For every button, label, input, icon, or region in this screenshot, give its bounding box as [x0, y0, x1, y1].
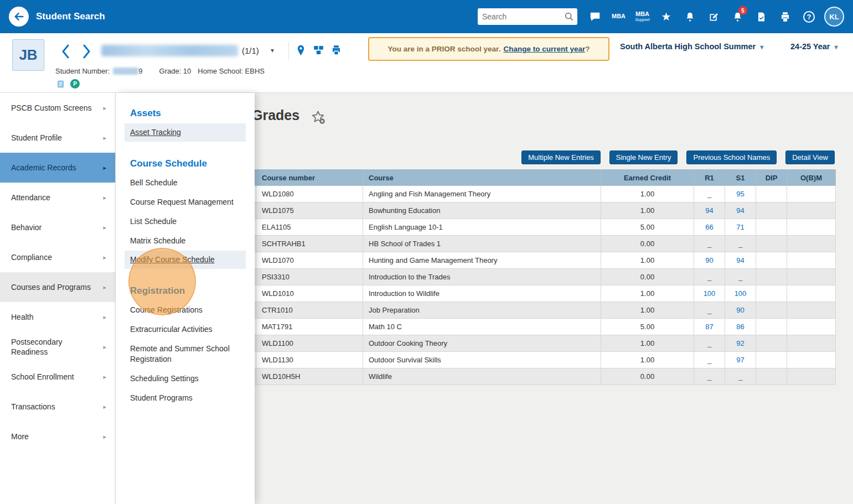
r1-cell[interactable]: _: [694, 236, 725, 252]
col-header-earned-credit: Earned Credit: [601, 170, 694, 186]
mba-icon[interactable]: MBA: [611, 8, 626, 25]
next-student-button[interactable]: [79, 43, 95, 60]
flyout-item-matrix-schedule[interactable]: Matrix Schedule: [125, 232, 246, 250]
search-input[interactable]: [482, 12, 564, 21]
r1-cell[interactable]: 66: [694, 219, 725, 236]
table-row: WLD1100Outdoor Cooking Theory1.00_92: [226, 335, 836, 352]
s1-cell[interactable]: _: [725, 368, 756, 385]
chevron-right-icon: ▸: [103, 344, 106, 351]
previous-school-names-button[interactable]: Previous School Names: [686, 150, 777, 164]
sidebar-item-label: Attendance: [11, 193, 50, 202]
flyout-item-course-registrations[interactable]: Course Registrations: [125, 301, 246, 319]
chat-icon[interactable]: [587, 8, 602, 25]
notifications-bell-icon[interactable]: [683, 8, 697, 25]
compose-icon[interactable]: [706, 8, 721, 25]
sidebar-item-more[interactable]: More▸: [0, 422, 115, 451]
s1-cell[interactable]: 95: [725, 186, 756, 202]
s1-cell[interactable]: _: [725, 236, 756, 252]
s1-cell[interactable]: 94: [725, 252, 756, 269]
sidebar-item-school-enrollment[interactable]: School Enrollment▸: [0, 362, 115, 392]
search-box: [478, 8, 577, 25]
sidebar-item-courses-and-programs[interactable]: Courses and Programs▸: [0, 272, 115, 302]
s1-cell[interactable]: 97: [725, 352, 756, 368]
course-cell: Math 10 C: [363, 319, 601, 335]
sidebar-item-attendance[interactable]: Attendance▸: [0, 183, 115, 212]
table-row: WLD1075Bowhunting Education1.009494: [226, 202, 836, 219]
s1-cell[interactable]: 71: [725, 219, 756, 236]
notes-document-icon[interactable]: [56, 80, 65, 89]
single-new-entry-button[interactable]: Single New Entry: [609, 150, 678, 164]
document-edit-icon[interactable]: [754, 8, 769, 25]
r1-cell[interactable]: 94: [694, 202, 725, 219]
multiple-new-entries-button[interactable]: Multiple New Entries: [521, 150, 601, 164]
flyout-item-bell-schedule[interactable]: Bell Schedule: [125, 174, 246, 192]
s1-cell[interactable]: 100: [725, 285, 756, 302]
top-navigation-bar: Student Search MBA MBASupport ★ 5: [0, 0, 853, 33]
r1-cell[interactable]: _: [694, 335, 725, 352]
r1-cell[interactable]: _: [694, 352, 725, 368]
sidebar-item-student-profile[interactable]: Student Profile▸: [0, 123, 115, 153]
program-badge[interactable]: P: [70, 79, 80, 89]
print-icon[interactable]: [778, 8, 793, 25]
chevron-right-icon: ▸: [103, 433, 106, 440]
print-student-icon[interactable]: [330, 44, 342, 58]
help-icon[interactable]: ?: [802, 8, 816, 25]
student-number-label: Student Number:: [55, 67, 110, 75]
sidebar-item-pscb-custom-screens[interactable]: PSCB Custom Screens▸: [0, 93, 115, 123]
chevron-right-icon: ▸: [103, 105, 106, 112]
r1-cell[interactable]: _: [694, 368, 725, 385]
s1-cell[interactable]: 92: [725, 335, 756, 352]
seating-chart-icon[interactable]: [313, 44, 324, 58]
s1-cell[interactable]: _: [725, 269, 756, 285]
sidebar-item-transactions[interactable]: Transactions▸: [0, 392, 115, 422]
flyout-heading: Assets: [130, 108, 255, 119]
back-button[interactable]: [9, 7, 29, 27]
sidebar-item-academic-records[interactable]: Academic Records▸: [0, 153, 115, 183]
flyout-item-student-programs[interactable]: Student Programs: [125, 389, 246, 407]
col-header-course: Course: [363, 170, 601, 186]
flyout-item-course-request-management[interactable]: Course Request Management: [125, 193, 246, 211]
flyout-item-asset-tracking[interactable]: Asset Tracking: [125, 123, 246, 142]
detail-view-button[interactable]: Detail View: [785, 150, 835, 164]
r1-cell[interactable]: _: [694, 302, 725, 319]
s1-cell[interactable]: 86: [725, 319, 756, 335]
change-year-link[interactable]: Change to current year: [503, 45, 585, 53]
sidebar-item-compliance[interactable]: Compliance▸: [0, 242, 115, 272]
r1-cell[interactable]: 100: [694, 285, 725, 302]
alerts-bell-icon[interactable]: 5: [730, 8, 745, 25]
topbar-title: Student Search: [36, 11, 105, 22]
sidebar-item-behavior[interactable]: Behavior▸: [0, 212, 115, 242]
course-number-cell: WLD10H5H: [256, 368, 363, 385]
earned-credit-cell: 5.00: [601, 319, 694, 335]
search-icon[interactable]: [564, 12, 574, 22]
dip-cell: [756, 352, 787, 368]
course-number-cell: WLD1100: [256, 335, 363, 352]
favorites-star-icon[interactable]: ★: [659, 8, 674, 25]
mba-support-icon[interactable]: MBASupport: [635, 8, 650, 25]
dip-cell: [756, 202, 787, 219]
flyout-item-list-schedule[interactable]: List Schedule: [125, 212, 246, 231]
course-number-cell: WLD1010: [256, 285, 363, 302]
r1-cell[interactable]: _: [694, 186, 725, 202]
location-pin-icon[interactable]: [296, 44, 306, 59]
favorite-page-star-icon[interactable]: [311, 110, 325, 127]
school-selector[interactable]: South Alberta High School Summer▾: [620, 42, 763, 51]
flyout-item-extracurricular-activities[interactable]: Extracurricular Activities: [125, 320, 246, 339]
s1-cell[interactable]: 94: [725, 202, 756, 219]
s1-cell[interactable]: 90: [725, 302, 756, 319]
flyout-item-modify-course-schedule[interactable]: Modify Course Schedule: [125, 251, 246, 269]
student-list-dropdown[interactable]: ▾: [271, 46, 274, 54]
year-selector[interactable]: 24-25 Year▾: [790, 42, 838, 51]
flyout-item-scheduling-settings[interactable]: Scheduling Settings: [125, 370, 246, 388]
previous-student-button[interactable]: [58, 43, 73, 60]
flyout-item-remote-and-summer-school-registration[interactable]: Remote and Summer School Registration: [125, 340, 246, 368]
user-avatar[interactable]: KL: [824, 7, 844, 27]
col-header-course-number: Course number: [256, 170, 363, 186]
sidebar-item-health[interactable]: Health▸: [0, 302, 115, 332]
r1-cell[interactable]: _: [694, 269, 725, 285]
sidebar-item-postsecondary-readiness[interactable]: Postsecondary Readiness▸: [0, 332, 115, 362]
flyout-section-registration: RegistrationCourse RegistrationsExtracur…: [116, 285, 255, 407]
r1-cell[interactable]: 87: [694, 319, 725, 335]
earned-credit-cell: 1.00: [601, 352, 694, 368]
r1-cell[interactable]: 90: [694, 252, 725, 269]
